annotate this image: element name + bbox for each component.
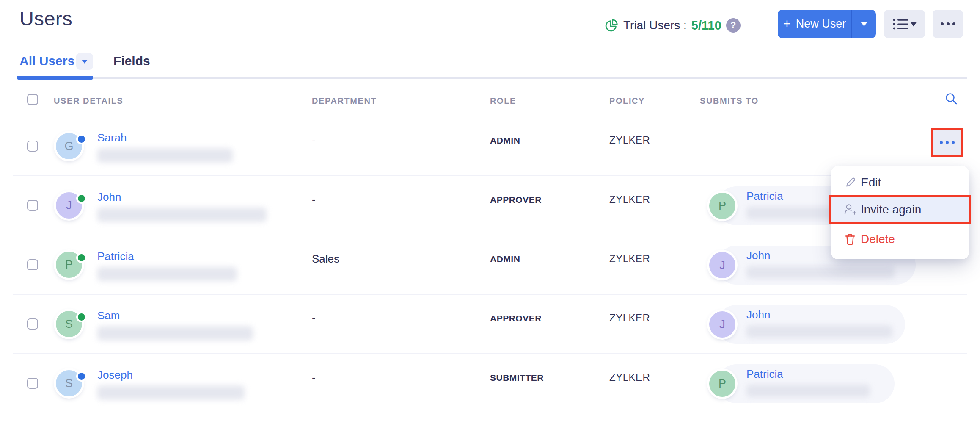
all-users-dropdown-toggle[interactable] xyxy=(76,53,93,70)
menu-item-label: Invite again xyxy=(861,203,921,216)
policy-cell: ZYLKER xyxy=(609,194,650,205)
tab-fields[interactable]: Fields xyxy=(113,54,150,68)
status-dot xyxy=(78,136,85,143)
trial-users-label: Trial Users : xyxy=(623,19,687,32)
select-all-checkbox[interactable] xyxy=(27,94,38,105)
submits-to-name-link[interactable]: Patricia xyxy=(746,190,783,203)
user-name-link[interactable]: Patricia xyxy=(97,250,134,263)
policy-cell: ZYLKER xyxy=(609,371,650,383)
role-cell: APPROVER xyxy=(490,195,542,205)
trial-users-counter: Trial Users : 5/110 ? xyxy=(604,17,741,34)
menu-item-label: Edit xyxy=(861,176,881,189)
submits-to-name-link[interactable]: Patricia xyxy=(746,368,783,381)
view-options-button[interactable] xyxy=(884,10,925,38)
redacted-email xyxy=(97,385,245,400)
user-name-link[interactable]: Sarah xyxy=(97,131,127,144)
tab-separator xyxy=(102,54,102,70)
help-icon[interactable]: ? xyxy=(726,18,741,33)
status-dot xyxy=(78,313,85,321)
column-header-submits-to[interactable]: SUBMITS TO xyxy=(700,96,759,106)
menu-item-edit[interactable]: Edit xyxy=(831,170,969,195)
policy-cell: ZYLKER xyxy=(609,134,650,146)
user-name-link[interactable]: Joseph xyxy=(97,368,133,382)
department-cell: Sales xyxy=(312,252,339,266)
submits-to-avatar: P xyxy=(709,371,735,397)
user-name-link[interactable]: John xyxy=(97,191,121,204)
new-user-button[interactable]: + New User xyxy=(778,10,876,38)
ellipsis-icon xyxy=(940,141,943,144)
table-row: SJoseph-SUBMITTERZYLKERPPatricia xyxy=(0,354,980,413)
redacted-email xyxy=(97,148,233,163)
redacted-email xyxy=(746,266,895,279)
plus-icon: + xyxy=(783,17,791,30)
user-name-link[interactable]: Sam xyxy=(97,309,120,322)
tab-baseline xyxy=(17,77,967,79)
chevron-down-icon xyxy=(82,60,88,64)
row-checkbox[interactable] xyxy=(27,200,38,211)
row-checkbox[interactable] xyxy=(27,141,38,152)
menu-item-delete[interactable]: Delete xyxy=(831,227,969,252)
active-tab-underline xyxy=(17,76,93,80)
submits-to-avatar: J xyxy=(709,311,735,338)
role-cell: SUBMITTER xyxy=(490,373,544,383)
department-cell: - xyxy=(312,312,316,325)
pencil-icon xyxy=(843,176,857,189)
menu-item-label: Delete xyxy=(861,233,895,246)
list-view-icon xyxy=(892,18,917,30)
users-page: Users Trial Users : 5/110 ? + New User xyxy=(0,0,980,432)
menu-item-invite-again-highlighted[interactable]: Invite again xyxy=(829,195,971,224)
redacted-email xyxy=(97,326,253,341)
header-divider xyxy=(13,116,967,116)
tab-all-users[interactable]: All Users xyxy=(19,54,74,68)
submits-to-name-link[interactable]: John xyxy=(746,249,770,262)
department-cell: - xyxy=(312,134,316,147)
new-user-button-main[interactable]: + New User xyxy=(778,17,851,30)
chevron-down-icon xyxy=(861,22,867,26)
submits-to-avatar: P xyxy=(709,193,735,219)
policy-cell: ZYLKER xyxy=(609,253,650,265)
trash-icon xyxy=(843,233,857,246)
column-header-user-details[interactable]: USER DETAILS xyxy=(54,96,123,106)
table-row: SSam-APPROVERZYLKERJJohn xyxy=(0,295,980,354)
redacted-email xyxy=(97,208,267,222)
row-checkbox[interactable] xyxy=(27,259,38,270)
redacted-email xyxy=(746,325,892,338)
more-options-button[interactable] xyxy=(933,10,963,38)
submits-to-pill xyxy=(717,305,905,344)
row-checkbox[interactable] xyxy=(27,378,38,389)
submits-to-pill xyxy=(717,364,895,403)
column-header-role[interactable]: ROLE xyxy=(490,96,516,106)
role-cell: APPROVER xyxy=(490,313,542,324)
role-cell: ADMIN xyxy=(490,254,520,264)
column-header-policy[interactable]: POLICY xyxy=(609,96,645,106)
redacted-email xyxy=(97,267,237,281)
department-cell: - xyxy=(312,193,316,206)
page-title: Users xyxy=(19,7,72,30)
redacted-email xyxy=(746,385,870,397)
search-icon[interactable] xyxy=(944,91,958,108)
row-actions-button-highlighted[interactable] xyxy=(931,128,963,157)
role-cell: ADMIN xyxy=(490,136,520,146)
row-divider xyxy=(13,413,967,413)
policy-cell: ZYLKER xyxy=(609,312,650,324)
status-dot xyxy=(78,195,85,202)
ellipsis-icon xyxy=(941,22,944,25)
trial-users-value: 5/110 xyxy=(691,19,721,33)
row-checkbox[interactable] xyxy=(27,318,38,330)
status-dot xyxy=(78,254,85,261)
pie-chart-icon xyxy=(604,18,619,33)
column-header-department[interactable]: DEPARTMENT xyxy=(312,96,377,106)
new-user-dropdown-toggle[interactable] xyxy=(852,22,876,26)
submits-to-avatar: J xyxy=(709,252,735,278)
department-cell: - xyxy=(312,371,316,384)
new-user-button-label: New User xyxy=(796,17,846,30)
submits-to-name-link[interactable]: John xyxy=(746,308,770,321)
status-dot xyxy=(78,373,85,380)
user-plus-icon xyxy=(843,202,857,217)
